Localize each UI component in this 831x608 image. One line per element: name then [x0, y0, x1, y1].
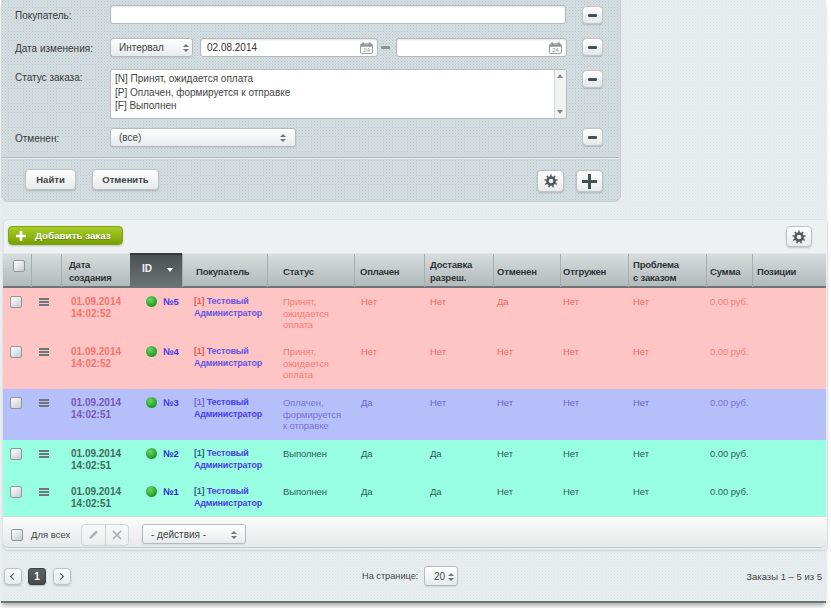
svg-text:24: 24	[552, 47, 559, 53]
svg-text:24: 24	[363, 47, 370, 53]
